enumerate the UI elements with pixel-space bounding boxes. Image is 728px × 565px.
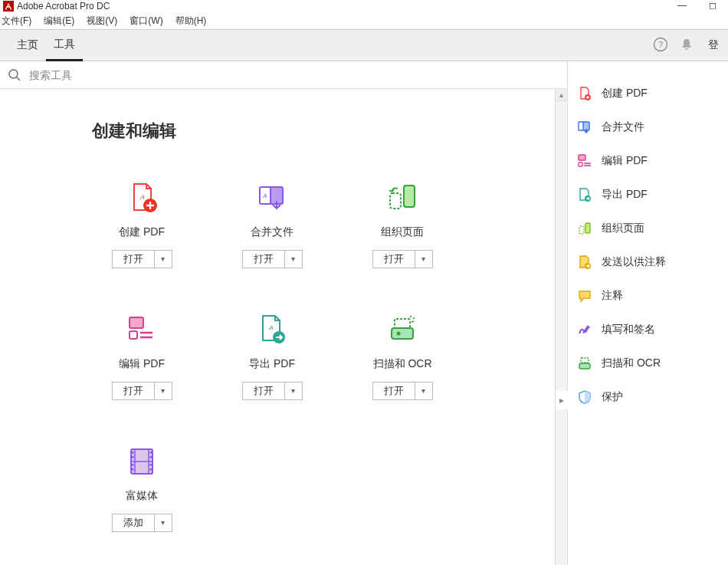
scan-ocr-icon xyxy=(383,313,421,347)
scrollbar[interactable]: ▴ xyxy=(555,89,567,565)
create-pdf-icon xyxy=(577,86,592,101)
svg-rect-27 xyxy=(132,464,134,466)
right-item-scan-ocr[interactable]: 扫描和 OCR xyxy=(577,347,719,380)
tab-home[interactable]: 主页 xyxy=(9,31,46,60)
right-item-protect[interactable]: 保护 xyxy=(577,380,719,414)
right-item-label: 合并文件 xyxy=(602,120,644,134)
right-item-label: 填写和签名 xyxy=(602,323,655,337)
right-item-label: 扫描和 OCR xyxy=(602,356,661,370)
svg-rect-30 xyxy=(150,456,152,458)
right-item-combine[interactable]: 合并文件 xyxy=(577,110,719,144)
right-item-label: 注释 xyxy=(602,289,623,303)
section-title: 创建和编辑 xyxy=(0,89,567,143)
chevron-down-icon[interactable]: ▾ xyxy=(415,251,432,268)
search-icon xyxy=(8,68,21,82)
open-button[interactable]: 打开 ▾ xyxy=(372,250,433,268)
open-button[interactable]: 打开 ▾ xyxy=(112,382,172,400)
add-button[interactable]: 添加 ▾ xyxy=(112,514,172,532)
tool-export-pdf[interactable]: A 导出 PDF 打开 ▾ xyxy=(207,313,337,400)
menu-edit[interactable]: 编辑(E) xyxy=(42,13,76,29)
svg-point-3 xyxy=(9,70,18,78)
chevron-down-icon[interactable]: ▾ xyxy=(155,514,172,531)
window-controls: — ◻ xyxy=(667,0,728,12)
open-button[interactable]: 打开 ▾ xyxy=(242,382,303,400)
right-item-label: 编辑 PDF xyxy=(602,154,648,168)
svg-rect-26 xyxy=(132,456,134,458)
menu-bar: 文件(F) 编辑(E) 视图(V) 窗口(W) 帮助(H) xyxy=(0,12,728,29)
right-panel: ▸ 创建 PDF 合并文件 编辑 PDF 导出 PDF 组织页面 xyxy=(567,61,728,565)
open-button[interactable]: 打开 ▾ xyxy=(372,382,433,400)
svg-rect-29 xyxy=(150,452,152,454)
svg-rect-28 xyxy=(132,468,134,471)
combine-files-icon xyxy=(577,120,592,135)
send-for-comments-icon xyxy=(577,255,592,270)
search-bar xyxy=(0,61,567,89)
comment-icon xyxy=(577,288,592,304)
right-item-create-pdf[interactable]: 创建 PDF xyxy=(577,77,719,110)
right-item-comment[interactable]: 注释 xyxy=(577,279,719,313)
svg-text:?: ? xyxy=(658,40,663,49)
tab-tools[interactable]: 工具 xyxy=(46,30,83,61)
svg-rect-18 xyxy=(392,328,413,339)
organize-pages-icon xyxy=(383,181,421,215)
open-button[interactable]: 打开 ▾ xyxy=(112,250,172,268)
right-item-fill-sign[interactable]: 填写和签名 xyxy=(577,313,719,347)
edit-pdf-icon xyxy=(123,313,161,347)
combine-files-icon: A xyxy=(253,181,291,215)
svg-rect-41 xyxy=(585,223,590,233)
menu-file[interactable]: 文件(F) xyxy=(0,13,33,29)
svg-rect-12 xyxy=(130,317,143,328)
tool-label: 富媒体 xyxy=(126,489,158,503)
right-item-send-comment[interactable]: 发送以供注释 xyxy=(577,245,719,279)
create-pdf-icon: A xyxy=(123,181,161,215)
chevron-down-icon[interactable]: ▾ xyxy=(415,383,432,399)
right-item-export-pdf[interactable]: 导出 PDF xyxy=(577,178,719,212)
menu-window[interactable]: 窗口(W) xyxy=(128,13,164,29)
svg-rect-10 xyxy=(404,186,415,207)
svg-rect-42 xyxy=(579,226,584,234)
svg-text:A: A xyxy=(268,324,273,331)
chevron-down-icon[interactable]: ▾ xyxy=(285,251,302,268)
tool-scan-ocr[interactable]: 扫描和 OCR 打开 ▾ xyxy=(337,313,467,400)
menu-help[interactable]: 帮助(H) xyxy=(174,13,208,29)
svg-text:A: A xyxy=(139,193,145,201)
svg-line-4 xyxy=(17,77,20,80)
svg-rect-44 xyxy=(579,363,590,369)
tool-label: 创建 PDF xyxy=(119,225,165,239)
chevron-down-icon[interactable]: ▾ xyxy=(155,251,172,268)
right-item-organize[interactable]: 组织页面 xyxy=(577,212,719,245)
login-link[interactable]: 登 xyxy=(708,38,719,52)
maximize-button[interactable]: ◻ xyxy=(697,0,728,12)
chevron-down-icon[interactable]: ▾ xyxy=(285,383,302,399)
right-item-edit-pdf[interactable]: 编辑 PDF xyxy=(577,144,719,178)
chevron-down-icon[interactable]: ▾ xyxy=(155,383,172,399)
svg-rect-32 xyxy=(150,468,152,471)
tool-organize[interactable]: 组织页面 打开 ▾ xyxy=(337,181,467,268)
bell-icon[interactable] xyxy=(679,37,694,54)
right-item-label: 组织页面 xyxy=(602,222,644,235)
minimize-button[interactable]: — xyxy=(667,0,697,12)
svg-text:A: A xyxy=(262,192,267,199)
right-item-label: 创建 PDF xyxy=(602,87,648,100)
scroll-up-button[interactable]: ▴ xyxy=(556,89,567,101)
menu-view[interactable]: 视图(V) xyxy=(85,13,119,29)
svg-rect-11 xyxy=(390,193,401,209)
svg-rect-31 xyxy=(150,464,152,466)
svg-rect-45 xyxy=(581,358,589,363)
search-input[interactable] xyxy=(29,69,559,81)
export-pdf-icon: A xyxy=(253,313,291,347)
scan-ocr-icon xyxy=(577,356,592,371)
tool-create-pdf[interactable]: A 创建 PDF 打开 ▾ xyxy=(77,181,207,268)
tool-edit-pdf[interactable]: 编辑 PDF 打开 ▾ xyxy=(77,313,207,400)
svg-rect-13 xyxy=(130,331,137,339)
rich-media-icon xyxy=(123,445,161,478)
tool-label: 编辑 PDF xyxy=(119,357,165,371)
svg-rect-37 xyxy=(579,163,582,166)
open-button[interactable]: 打开 ▾ xyxy=(242,250,303,268)
tool-combine[interactable]: A 合并文件 打开 ▾ xyxy=(207,181,337,268)
tool-rich-media[interactable]: 富媒体 添加 ▾ xyxy=(77,445,207,532)
right-item-label: 导出 PDF xyxy=(602,188,648,202)
help-icon[interactable]: ? xyxy=(653,37,668,54)
right-item-label: 保护 xyxy=(602,390,623,404)
collapse-right-panel-button[interactable]: ▸ xyxy=(556,391,568,409)
